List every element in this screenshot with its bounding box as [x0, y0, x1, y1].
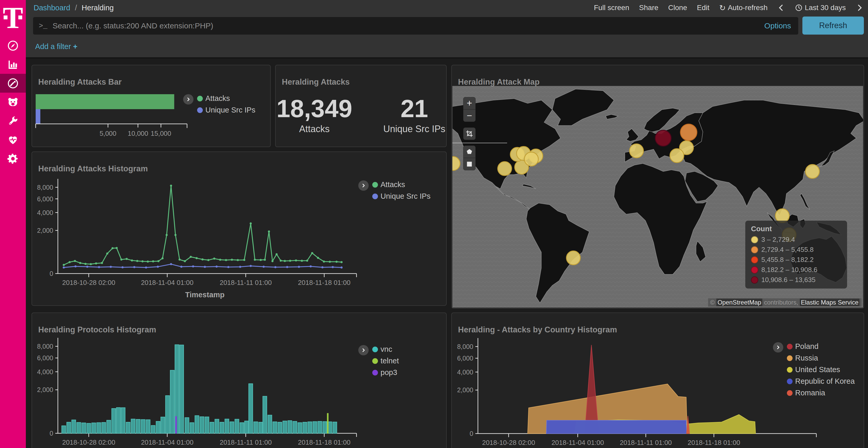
attribution-copyright: ©: [710, 299, 716, 306]
map-legend-dot: [751, 276, 758, 284]
map-zoom-out-button[interactable]: −: [463, 109, 475, 122]
sidebar-item-visualize[interactable]: [0, 55, 26, 74]
legend-color-dot: [372, 347, 378, 352]
panel-title: Heralding Protocols Histogram: [38, 325, 156, 335]
legend-color-dot: [787, 344, 793, 349]
search-options-link[interactable]: Options: [765, 22, 791, 30]
breadcrumb-current: Heralding: [82, 4, 114, 12]
map-legend-range-label: 8,182.2 – 10,908.6: [761, 266, 817, 274]
legend-item-poland[interactable]: Poland: [787, 342, 855, 351]
legend-item-russia[interactable]: Russia: [787, 354, 855, 362]
sidebar-item-dashboard[interactable]: [0, 74, 26, 93]
svg-text:2018-10-28 02:00: 2018-10-28 02:00: [62, 439, 115, 446]
svg-text:2018-10-28 02:00: 2018-10-28 02:00: [62, 279, 115, 286]
legend-item-pop3[interactable]: pop3: [372, 368, 399, 377]
attribution-osm-link[interactable]: OpenStreetMap: [716, 299, 762, 306]
time-forward-button[interactable]: [856, 4, 863, 12]
map-legend-range-label: 2,729.4 – 5,455.8: [761, 246, 813, 254]
heartbeat-icon: [7, 134, 19, 146]
map-attribution: © OpenStreetMap contributors, Elastic Ma…: [708, 298, 862, 307]
svg-text:2,000: 2,000: [37, 386, 53, 393]
svg-text:2018-11-18 01:00: 2018-11-18 01:00: [298, 279, 350, 286]
attacks-histogram-chart[interactable]: 8,0006,0004,0002,00002018-10-28 02:00201…: [32, 152, 446, 305]
map-fit-bounds-button[interactable]: [463, 128, 475, 140]
legend-item-unique-src-ips[interactable]: Unique Src IPs: [197, 106, 255, 114]
map-legend-rows: 3 – 2,729.42,729.4 – 5,455.85,455.8 – 8,…: [751, 236, 841, 284]
auto-refresh-button[interactable]: ↻Auto-refresh: [719, 3, 768, 12]
panel-title: Heralding - Attacks by Country Histogram: [458, 325, 617, 335]
legend-item-united-states[interactable]: United States: [787, 366, 855, 374]
legend-toggle-chevron-icon[interactable]: [358, 180, 369, 191]
legend-toggle-chevron-icon[interactable]: [358, 345, 369, 355]
edit-button[interactable]: Edit: [697, 4, 709, 12]
sidebar-item-monitoring[interactable]: [0, 130, 26, 149]
panel-attacks-metric: Heralding Attacks 18,349Attacks21Unique …: [275, 65, 447, 147]
svg-text:0: 0: [470, 430, 473, 437]
legend-toggle-chevron-icon[interactable]: [183, 94, 193, 105]
sidebar-item-discover[interactable]: [0, 36, 26, 55]
time-back-button[interactable]: [777, 4, 785, 12]
gauge-icon: [7, 77, 19, 89]
svg-text:2018-11-18 01:00: 2018-11-18 01:00: [688, 439, 740, 446]
legend-color-dot: [372, 358, 378, 364]
legend-protocols-histogram: vnctelnetpop3: [358, 345, 399, 377]
svg-text:8,000: 8,000: [457, 343, 473, 350]
svg-text:2018-11-04 01:00: 2018-11-04 01:00: [552, 439, 604, 446]
attribution-contributors: contributors,: [762, 299, 800, 306]
refresh-button[interactable]: Refresh: [802, 16, 864, 35]
svg-text:4,000: 4,000: [37, 209, 53, 216]
legend-item-republic-of-korea[interactable]: Republic of Korea: [787, 377, 855, 385]
map-legend-range-label: 5,455.8 – 8,182.2: [761, 256, 813, 264]
legend-item-vnc[interactable]: vnc: [372, 345, 399, 353]
map-legend-range-label: 3 – 2,729.4: [761, 236, 795, 244]
map-legend-dot: [751, 236, 758, 243]
search-input[interactable]: [52, 21, 765, 30]
panel-attack-map: Heralding Attack Map + − Cou: [451, 65, 864, 309]
attribution-ems-link[interactable]: Elastic Maps Service: [800, 299, 860, 306]
legend-item-unique-src-ips[interactable]: Unique Src IPs: [372, 192, 430, 201]
panel-title: Heralding Attack Map: [458, 77, 540, 87]
map-draw-rectangle-button[interactable]: [463, 158, 475, 170]
legend-label: United States: [795, 366, 840, 374]
svg-text:2018-11-04 01:00: 2018-11-04 01:00: [141, 279, 193, 286]
legend-country-histogram: PolandRussiaUnited StatesRepublic of Kor…: [773, 342, 855, 397]
map-zoom-in-button[interactable]: +: [463, 97, 475, 109]
map-legend-item: 3 – 2,729.4: [751, 236, 841, 244]
legend-label: Russia: [795, 354, 818, 362]
legend-item-attacks[interactable]: Attacks: [197, 94, 255, 103]
panel-attacks-histogram: Heralding Attacks Histogram 8,0006,0004,…: [32, 151, 447, 306]
svg-text:2,000: 2,000: [457, 386, 473, 393]
map-legend-item: 8,182.2 – 10,908.6: [751, 266, 841, 274]
map-legend-dot: [751, 266, 758, 274]
sidebar-item-dev-tools[interactable]: [0, 111, 26, 130]
map-count-legend: Count 3 – 2,729.42,729.4 – 5,455.85,455.…: [745, 221, 847, 288]
map-draw-polygon-button[interactable]: [463, 145, 475, 158]
svg-text:2018-11-11 01:00: 2018-11-11 01:00: [220, 439, 272, 446]
t-logo-dot-right: [18, 15, 22, 20]
legend-color-dot: [372, 194, 378, 199]
share-button[interactable]: Share: [639, 4, 658, 12]
attack-map[interactable]: + − Count 3 – 2,729.42,729.4 – 5,455.85,…: [452, 86, 863, 308]
legend-toggle-chevron-icon[interactable]: [773, 342, 783, 352]
add-filter-link[interactable]: Add a filter+: [35, 42, 78, 51]
breadcrumb-dashboard-link[interactable]: Dashboard: [34, 4, 70, 12]
svg-text:6,000: 6,000: [37, 354, 53, 361]
full-screen-button[interactable]: Full screen: [594, 4, 629, 12]
svg-text:2018-11-18 01:00: 2018-11-18 01:00: [298, 439, 350, 446]
legend-color-dot: [787, 390, 793, 396]
legend-color-dot: [787, 379, 793, 384]
svg-text:2018-10-28 02:00: 2018-10-28 02:00: [482, 439, 535, 446]
legend-item-attacks[interactable]: Attacks: [372, 180, 430, 189]
time-range-picker[interactable]: Last 30 days: [795, 4, 846, 12]
t-logo-dot-left: [4, 15, 7, 20]
legend-item-romania[interactable]: Romania: [787, 389, 855, 397]
svg-text:6,000: 6,000: [457, 354, 473, 362]
map-legend-dot: [751, 256, 758, 264]
clock-icon: [795, 4, 803, 12]
sidebar-item-honeypot[interactable]: [0, 93, 26, 111]
wrench-icon: [7, 115, 19, 127]
clone-button[interactable]: Clone: [668, 4, 687, 12]
sidebar-item-management[interactable]: [0, 149, 26, 168]
panel-country-histogram: Heralding - Attacks by Country Histogram…: [451, 312, 864, 448]
legend-item-telnet[interactable]: telnet: [372, 357, 399, 365]
